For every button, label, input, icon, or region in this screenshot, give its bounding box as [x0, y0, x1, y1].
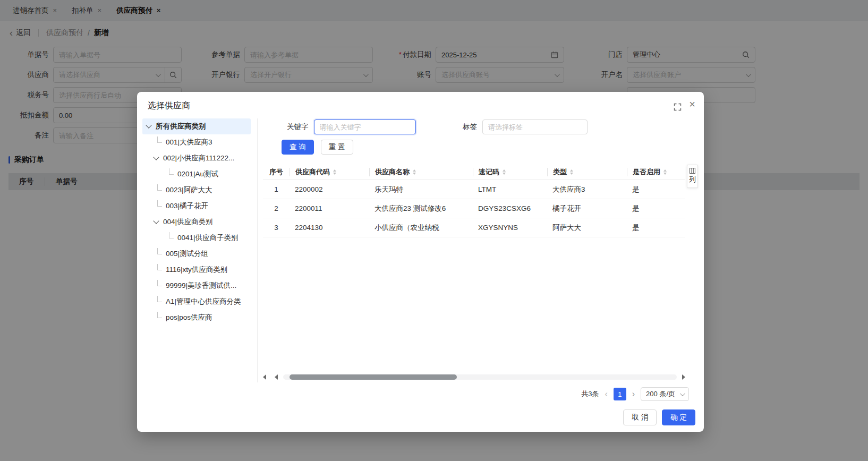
cell-supplier-code: 2200002	[290, 185, 369, 193]
scroll-right-icon[interactable]	[682, 374, 685, 380]
pagination: 共3条 ‹ 1 › 200 条/页	[581, 387, 689, 401]
chevron-down-icon[interactable]	[153, 154, 159, 160]
scrollbar-thumb[interactable]	[290, 374, 457, 380]
column-settings-label: 列	[689, 175, 696, 184]
sort-icon	[503, 169, 506, 175]
tree-item-label: 003|橘子花开	[166, 201, 208, 211]
tree-item-label: 004|供应商类别	[163, 217, 213, 227]
tree-item[interactable]: 1116|xty供应商类别	[142, 262, 251, 278]
supplier-select-modal: 选择供应商 × 所有供应商类别 001|大供应商3 002|小供应商111222…	[137, 92, 704, 432]
tag-label: 标签	[463, 122, 477, 132]
sort-icon	[663, 169, 667, 175]
tree-connector	[157, 296, 162, 302]
confirm-button[interactable]: 确 定	[662, 409, 695, 425]
search-button[interactable]: 查 询	[282, 140, 314, 155]
cell-supplier-name: 大供应商23 测试修改6	[369, 204, 473, 214]
tree-item[interactable]: 002|小供应商111222...	[142, 150, 251, 166]
cell-type: 阿萨大大	[547, 223, 627, 233]
cell-supplier-name: 乐天玛特	[369, 185, 473, 194]
tree-item[interactable]: A1|管理中心供应商分类	[142, 294, 251, 310]
tree-item[interactable]: 0041|供应商子类别	[142, 230, 251, 246]
tag-input[interactable]	[482, 119, 588, 134]
tree-item-label: 1116|xty供应商类别	[166, 265, 227, 275]
fullscreen-icon[interactable]	[674, 103, 682, 111]
cell-enabled: 是	[627, 223, 685, 233]
cell-supplier-code: 2200011	[290, 204, 369, 212]
column-header-supplier-name[interactable]: 供应商名称	[369, 168, 473, 176]
modal-footer: 取 消 确 定	[623, 409, 695, 425]
supplier-category-tree: 所有供应商类别 001|大供应商3 002|小供应商111222... 0201…	[142, 118, 258, 382]
cell-shorthand: LTMT	[473, 185, 547, 193]
tree-item-all-categories[interactable]: 所有供应商类别	[142, 118, 251, 134]
tree-item[interactable]: 005|测试分组	[142, 246, 251, 262]
tree-item[interactable]: 0201|Au测试	[142, 166, 251, 182]
tree-connector	[169, 168, 174, 175]
tree-item[interactable]: 004|供应商类别	[142, 214, 251, 230]
sort-icon	[413, 169, 416, 175]
close-icon[interactable]: ×	[689, 99, 695, 109]
column-header-supplier-code[interactable]: 供应商代码	[290, 168, 369, 176]
keyword-input[interactable]	[314, 119, 416, 134]
cell-seq: 1	[263, 185, 290, 193]
tree-item[interactable]: pos|pos供应商	[142, 310, 251, 326]
cancel-button[interactable]: 取 消	[623, 409, 657, 425]
sort-icon	[570, 169, 573, 175]
tree-item-label: 002|小供应商111222...	[163, 153, 234, 163]
tree-item-label: A1|管理中心供应商分类	[166, 297, 241, 306]
cell-shorthand: XGYSNYNS	[473, 224, 547, 232]
column-header-shorthand[interactable]: 速记码	[473, 168, 547, 176]
scroll-left-icon[interactable]	[263, 374, 266, 380]
cell-enabled: 是	[627, 204, 685, 214]
tree-item-label: 所有供应商类别	[156, 122, 206, 131]
horizontal-scrollbar	[263, 373, 685, 381]
tree-item-label: 0023|阿萨大大	[166, 185, 212, 195]
tree-item[interactable]: 001|大供应商3	[142, 134, 251, 150]
sort-icon	[333, 169, 336, 175]
tree-item-label: 0201|Au测试	[177, 169, 218, 179]
tree-item-label: 001|大供应商3	[166, 138, 212, 147]
column-header-enabled[interactable]: 是否启用	[627, 168, 685, 176]
pagination-total: 共3条	[581, 389, 599, 399]
page-size-select[interactable]: 200 条/页	[641, 387, 689, 401]
table-row[interactable]: 1 2200002 乐天玛特 LTMT 大供应商3 是	[263, 180, 685, 199]
tree-connector	[157, 184, 162, 191]
supplier-table-header: 序号 供应商代码 供应商名称 速记码 类型 是否启	[263, 164, 685, 180]
filter-buttons: 查 询 重 置	[282, 140, 353, 155]
tree-connector	[157, 312, 162, 318]
cell-supplier-name: 小供应商（农业纳税	[369, 223, 473, 233]
next-page-icon[interactable]: ›	[632, 390, 635, 398]
chevron-down-icon[interactable]	[153, 218, 159, 224]
cell-type: 大供应商3	[547, 185, 627, 194]
tree-connector	[169, 232, 174, 238]
tree-connector	[157, 248, 162, 254]
cell-supplier-code: 2204130	[290, 224, 369, 232]
column-header-seq: 序号	[263, 168, 290, 176]
current-page[interactable]: 1	[614, 388, 626, 400]
keyword-label: 关键字	[287, 122, 309, 132]
cell-seq: 3	[263, 224, 290, 232]
chevron-down-icon	[680, 391, 685, 396]
grid-icon	[690, 168, 695, 174]
table-row[interactable]: 3 2204130 小供应商（农业纳税 XGYSNYNS 阿萨大大 是	[263, 218, 685, 237]
tree-item-label: pos|pos供应商	[166, 313, 212, 322]
tree-item-label: 99999|美珍香测试供...	[166, 281, 236, 291]
tag-filter: 标签	[463, 119, 588, 134]
scroll-step-left-icon[interactable]	[275, 374, 278, 380]
modal-title: 选择供应商	[148, 100, 190, 112]
column-settings-tab[interactable]: 列	[687, 165, 698, 188]
prev-page-icon[interactable]: ‹	[605, 390, 607, 398]
tree-connector	[157, 200, 162, 207]
cell-enabled: 是	[627, 185, 685, 194]
reset-button[interactable]: 重 置	[321, 140, 353, 155]
tree-item[interactable]: 003|橘子花开	[142, 198, 251, 214]
tree-connector	[157, 136, 162, 143]
column-header-type[interactable]: 类型	[547, 168, 627, 176]
supplier-table: 序号 供应商代码 供应商名称 速记码 类型 是否启	[263, 164, 685, 237]
table-row[interactable]: 2 2200011 大供应商23 测试修改6 DGYS23CSXG6 橘子花开 …	[263, 199, 685, 218]
cell-shorthand: DGYS23CSXG6	[473, 204, 547, 212]
app-root: 进销存首页 × 扣补单 × 供应商预付 × ‹ 返回 供应商预付 / 新增 单据…	[0, 0, 868, 461]
tree-item[interactable]: 0023|阿萨大大	[142, 182, 251, 198]
chevron-down-icon[interactable]	[146, 122, 151, 128]
tree-item[interactable]: 99999|美珍香测试供...	[142, 278, 251, 294]
scrollbar-track[interactable]	[283, 374, 677, 380]
